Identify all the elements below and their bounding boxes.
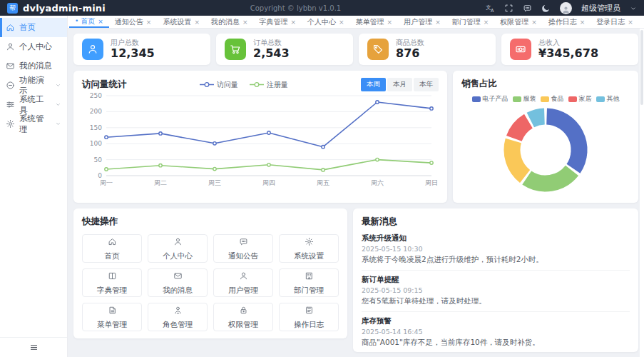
tab-字典管理[interactable]: 字典管理× [254, 16, 302, 28]
legend-color-chip [513, 96, 521, 102]
tab-我的消息[interactable]: 我的消息× [205, 16, 254, 28]
sidebar-item-我的消息[interactable]: 我的消息 [0, 56, 67, 76]
message-item[interactable]: 系统升级通知2025-05-15 10:30系统将于今晚凌晨2点进行升级维护，预… [362, 229, 630, 271]
pie-legend-item-食品[interactable]: 食品 [541, 94, 564, 104]
building-icon [305, 270, 314, 283]
mail-icon [173, 270, 183, 283]
tab-部门管理[interactable]: 部门管理× [446, 16, 495, 28]
sidebar-item-首页[interactable]: 首页 [0, 18, 67, 37]
svg-text:50: 50 [94, 156, 103, 164]
quick-action-首页[interactable]: 首页 [82, 234, 142, 263]
log-icon [305, 304, 314, 318]
message-icon[interactable] [523, 4, 532, 13]
quick-action-label: 通知公告 [228, 251, 258, 261]
sales-chart-title: 销售占比 [461, 78, 630, 90]
fullscreen-icon[interactable] [504, 4, 513, 13]
tab-菜单管理[interactable]: 菜单管理× [350, 16, 399, 28]
tab-权限管理[interactable]: 权限管理× [494, 16, 543, 28]
tab-close-icon[interactable]: × [628, 19, 633, 26]
sidebar-item-个人中心[interactable]: 个人中心 [0, 37, 67, 56]
main-content: 用户总数12,345订单总数2,543商品总数876总收入¥345,678 访问… [68, 29, 644, 357]
book-icon [108, 270, 117, 283]
svg-text:周二: 周二 [154, 179, 167, 186]
tab-系统设置[interactable]: 系统设置× [157, 16, 205, 28]
messages-list: 系统升级通知2025-05-15 10:30系统将于今晚凌晨2点进行升级维护，预… [362, 229, 630, 352]
tab-close-icon[interactable]: × [339, 19, 344, 26]
quick-action-系统设置[interactable]: 系统设置 [279, 234, 339, 263]
legend-color-chip [472, 96, 481, 102]
tab-close-icon[interactable]: × [291, 19, 297, 26]
pie-legend-item-家居[interactable]: 家居 [568, 94, 592, 104]
tab-label: 用户管理 [404, 17, 432, 27]
svg-text:周五: 周五 [317, 179, 329, 186]
stat-value: 2,543 [253, 47, 290, 60]
legend-item-注册量[interactable]: 注册量 [250, 80, 288, 90]
pie-legend-item-电子产品[interactable]: 电子产品 [472, 94, 508, 104]
tab-close-icon[interactable]: × [242, 19, 248, 26]
tab-首页[interactable]: •首页× [69, 16, 109, 28]
tab-label: 通知公告 [115, 17, 143, 27]
user-name[interactable]: 超级管理员 [581, 3, 620, 14]
tab-close-icon[interactable]: × [531, 19, 537, 26]
tab-label: 首页 [81, 16, 95, 26]
quick-action-我的消息[interactable]: 我的消息 [148, 268, 208, 297]
user-icon [6, 42, 15, 51]
sidebar-item-功能演示[interactable]: 功能演示 [0, 76, 67, 95]
tab-close-icon[interactable]: × [194, 19, 200, 26]
quick-action-label: 我的消息 [163, 286, 193, 296]
pie-legend-item-其他[interactable]: 其他 [596, 94, 620, 104]
tab-close-icon[interactable]: × [580, 19, 586, 26]
sidebar-item-系统工具[interactable]: 系统工具 [0, 95, 67, 114]
legend-line-marker [250, 81, 264, 88]
main-scrollbar-thumb[interactable] [640, 30, 643, 105]
tab-角色管理[interactable]: 角色管理× [639, 16, 644, 28]
message-time: 2025-05-15 09:15 [362, 286, 630, 294]
svg-text:250: 250 [90, 92, 102, 99]
quick-action-权限管理[interactable]: 权限管理 [213, 303, 273, 331]
tab-close-icon[interactable]: × [146, 19, 152, 26]
tab-close-icon[interactable]: × [387, 19, 393, 26]
period-button-本周[interactable]: 本周 [361, 78, 386, 91]
quick-action-操作日志[interactable]: 操作日志 [279, 303, 339, 331]
moon-icon[interactable] [541, 4, 551, 13]
quick-action-角色管理[interactable]: 角色管理 [148, 303, 208, 331]
legend-color-chip [541, 96, 549, 102]
tab-用户管理[interactable]: 用户管理× [398, 16, 446, 28]
sidebar-item-系统管理[interactable]: 系统管理 [0, 114, 67, 134]
period-button-本月[interactable]: 本月 [387, 78, 412, 91]
message-title: 库存预警 [362, 316, 630, 326]
quick-action-用户管理[interactable]: 用户管理 [213, 268, 273, 297]
chevron-down-icon[interactable] [630, 1, 637, 15]
sidebar-collapse-button[interactable] [0, 337, 67, 357]
quick-action-label: 系统设置 [294, 251, 324, 261]
quick-action-个人中心[interactable]: 个人中心 [148, 234, 208, 263]
main-scrollbar[interactable] [640, 29, 644, 357]
tab-close-icon[interactable]: × [98, 18, 103, 25]
translate-icon[interactable]: 文A [486, 4, 495, 13]
avatar[interactable] [560, 2, 572, 14]
legend-color-chip [568, 96, 577, 102]
sidebar: 首页个人中心我的消息功能演示系统工具系统管理 [0, 16, 68, 357]
sales-chart-card: 销售占比 电子产品服装食品家居其他 [453, 71, 638, 203]
quick-action-字典管理[interactable]: 字典管理 [82, 268, 142, 297]
tab-close-icon[interactable]: × [484, 19, 489, 26]
quick-action-通知公告[interactable]: 通知公告 [213, 234, 273, 263]
pie-legend-label: 服装 [523, 94, 536, 104]
tab-close-icon[interactable]: × [435, 19, 441, 26]
quick-action-菜单管理[interactable]: 菜单管理 [82, 303, 142, 331]
tab-操作日志[interactable]: 操作日志× [543, 16, 591, 28]
tab-登录日志[interactable]: 登录日志× [591, 16, 639, 28]
app-logo: 帮 [7, 3, 18, 14]
stat-value: 876 [396, 47, 424, 60]
tab-个人中心[interactable]: 个人中心× [302, 16, 350, 28]
message-title: 系统升级通知 [362, 233, 630, 243]
message-item[interactable]: 新订单提醒2025-05-15 09:15您有5笔新订单待处理，请及时处理。 [362, 271, 630, 312]
pie-legend-item-服装[interactable]: 服装 [513, 94, 536, 104]
quick-action-部门管理[interactable]: 部门管理 [279, 268, 339, 297]
sidebar-menu: 首页个人中心我的消息功能演示系统工具系统管理 [0, 16, 67, 337]
period-button-本年[interactable]: 本年 [414, 78, 439, 91]
tab-通知公告[interactable]: 通知公告× [109, 16, 158, 28]
tab-label: 菜单管理 [356, 17, 384, 27]
message-item[interactable]: 库存预警2025-05-14 16:45商品"A001"库存不足，当前库存10件… [362, 312, 630, 352]
legend-item-访问量[interactable]: 访问量 [200, 80, 238, 90]
